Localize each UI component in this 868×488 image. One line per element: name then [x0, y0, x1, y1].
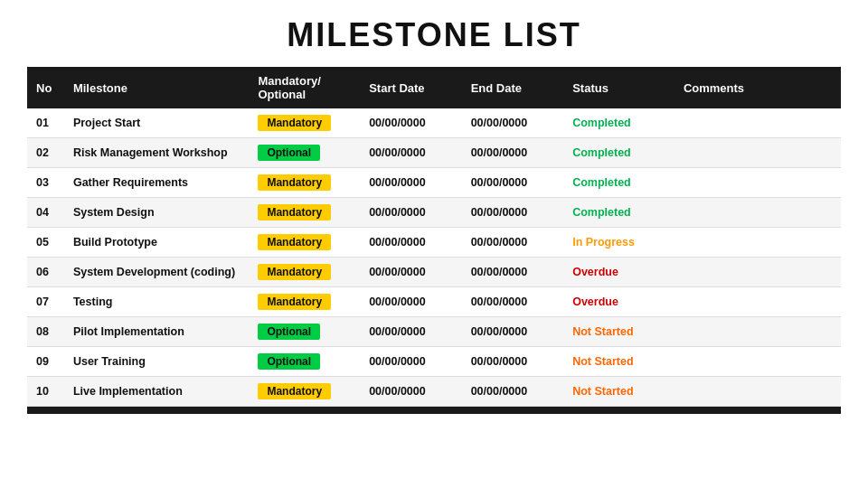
- cell-status: In Progress: [563, 228, 675, 258]
- cell-milestone: Gather Requirements: [64, 168, 250, 198]
- type-badge: Mandatory: [258, 115, 331, 131]
- cell-comments: [675, 198, 841, 228]
- cell-status: Not Started: [563, 347, 675, 377]
- col-header-milestone: Milestone: [64, 67, 250, 108]
- cell-no: 06: [27, 258, 64, 287]
- type-badge: Optional: [258, 145, 320, 161]
- page-title: MILESTONE LIST: [287, 16, 580, 54]
- cell-start: 00/00/0000: [360, 347, 462, 377]
- cell-type: Mandatory: [249, 108, 360, 138]
- cell-type: Mandatory: [249, 198, 360, 228]
- table-row: 06 System Development (coding) Mandatory…: [27, 258, 841, 287]
- cell-milestone: System Design: [64, 198, 250, 228]
- col-header-status: Status: [563, 67, 675, 108]
- cell-comments: [675, 287, 841, 317]
- cell-comments: [675, 317, 841, 347]
- type-badge: Mandatory: [258, 204, 331, 221]
- cell-end: 00/00/0000: [462, 258, 564, 287]
- cell-no: 08: [27, 317, 64, 347]
- cell-status: Not Started: [563, 377, 675, 407]
- milestone-table: No Milestone Mandatory/ Optional Start D…: [27, 67, 841, 414]
- cell-no: 03: [27, 168, 64, 198]
- cell-comments: [675, 108, 841, 138]
- cell-end: 00/00/0000: [462, 287, 564, 317]
- table-body: 01 Project Start Mandatory 00/00/0000 00…: [27, 108, 841, 407]
- cell-comments: [675, 377, 841, 407]
- type-badge: Mandatory: [258, 234, 331, 250]
- type-badge: Optional: [258, 353, 320, 370]
- col-header-start: Start Date: [360, 67, 462, 108]
- cell-start: 00/00/0000: [360, 108, 462, 138]
- page: MILESTONE LIST No Milestone Mandatory/ O…: [0, 0, 868, 488]
- table-row: 08 Pilot Implementation Optional 00/00/0…: [27, 317, 841, 347]
- cell-type: Mandatory: [249, 287, 360, 317]
- table-row: 10 Live Implementation Mandatory 00/00/0…: [27, 377, 841, 407]
- cell-start: 00/00/0000: [360, 317, 462, 347]
- cell-end: 00/00/0000: [462, 108, 564, 138]
- table-row: 02 Risk Management Workshop Optional 00/…: [27, 138, 841, 168]
- cell-status: Completed: [563, 108, 675, 138]
- cell-milestone: Build Prototype: [64, 228, 250, 258]
- cell-type: Mandatory: [249, 258, 360, 287]
- cell-type: Mandatory: [249, 168, 360, 198]
- cell-end: 00/00/0000: [462, 347, 564, 377]
- cell-no: 01: [27, 108, 64, 138]
- cell-start: 00/00/0000: [360, 138, 462, 168]
- cell-status: Overdue: [563, 258, 675, 287]
- cell-status: Completed: [563, 168, 675, 198]
- cell-type: Mandatory: [249, 228, 360, 258]
- cell-status: Completed: [563, 198, 675, 228]
- cell-milestone: Pilot Implementation: [64, 317, 250, 347]
- cell-comments: [675, 347, 841, 377]
- cell-type: Mandatory: [249, 377, 360, 407]
- cell-comments: [675, 228, 841, 258]
- type-badge: Mandatory: [258, 383, 331, 399]
- cell-milestone: Live Implementation: [64, 377, 250, 407]
- cell-start: 00/00/0000: [360, 287, 462, 317]
- cell-status: Overdue: [563, 287, 675, 317]
- cell-end: 00/00/0000: [462, 198, 564, 228]
- cell-end: 00/00/0000: [462, 168, 564, 198]
- cell-status: Completed: [563, 138, 675, 168]
- type-badge: Mandatory: [258, 264, 331, 280]
- cell-no: 05: [27, 228, 64, 258]
- table-footer-row: [27, 407, 841, 414]
- cell-comments: [675, 258, 841, 287]
- cell-milestone: Project Start: [64, 108, 250, 138]
- cell-no: 04: [27, 198, 64, 228]
- cell-no: 02: [27, 138, 64, 168]
- cell-type: Optional: [249, 138, 360, 168]
- cell-status: Not Started: [563, 317, 675, 347]
- cell-type: Optional: [249, 347, 360, 377]
- table-row: 09 User Training Optional 00/00/0000 00/…: [27, 347, 841, 377]
- type-badge: Mandatory: [258, 174, 331, 191]
- cell-no: 07: [27, 287, 64, 317]
- cell-start: 00/00/0000: [360, 168, 462, 198]
- type-badge: Optional: [258, 324, 320, 340]
- cell-start: 00/00/0000: [360, 198, 462, 228]
- cell-milestone: Risk Management Workshop: [64, 138, 250, 168]
- table-row: 03 Gather Requirements Mandatory 00/00/0…: [27, 168, 841, 198]
- table-row: 04 System Design Mandatory 00/00/0000 00…: [27, 198, 841, 228]
- cell-comments: [675, 168, 841, 198]
- table-row: 07 Testing Mandatory 00/00/0000 00/00/00…: [27, 287, 841, 317]
- cell-start: 00/00/0000: [360, 258, 462, 287]
- table-footer-bar: [27, 407, 841, 414]
- cell-milestone: System Development (coding): [64, 258, 250, 287]
- col-header-comments: Comments: [675, 67, 841, 108]
- cell-no: 10: [27, 377, 64, 407]
- cell-milestone: User Training: [64, 347, 250, 377]
- cell-end: 00/00/0000: [462, 377, 564, 407]
- table-row: 01 Project Start Mandatory 00/00/0000 00…: [27, 108, 841, 138]
- cell-comments: [675, 138, 841, 168]
- col-header-no: No: [27, 67, 64, 108]
- cell-start: 00/00/0000: [360, 228, 462, 258]
- cell-end: 00/00/0000: [462, 317, 564, 347]
- type-badge: Mandatory: [258, 294, 331, 310]
- cell-start: 00/00/0000: [360, 377, 462, 407]
- table-row: 05 Build Prototype Mandatory 00/00/0000 …: [27, 228, 841, 258]
- cell-type: Optional: [249, 317, 360, 347]
- cell-milestone: Testing: [64, 287, 250, 317]
- col-header-end: End Date: [462, 67, 564, 108]
- table-header-row: No Milestone Mandatory/ Optional Start D…: [27, 67, 841, 108]
